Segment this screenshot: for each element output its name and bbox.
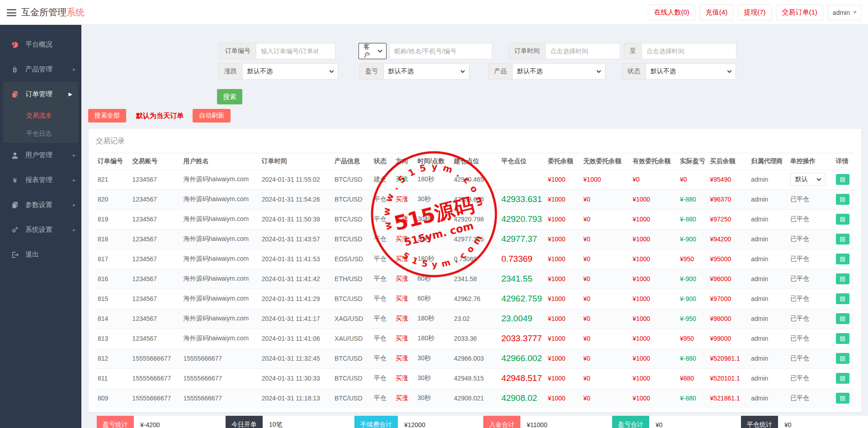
updown-select[interactable]: 默认不选 [242, 63, 338, 80]
cell-control: 默认 [788, 169, 834, 189]
cell-entrust-balance: ¥1000 [546, 249, 582, 269]
table-row: 811 15555666677 15555666677 2024-01-31 1… [96, 368, 854, 388]
cell-open-price: 2033.36 [452, 329, 500, 348]
cell-invalid-entrust: ¥0 [581, 209, 631, 229]
cell-control: 已平仓 [788, 229, 834, 249]
cell-account: 1234567 [131, 289, 182, 309]
cell-valid-entrust: ¥1000 [631, 368, 678, 388]
cell-duration: 180秒 [415, 329, 452, 348]
closed-status-text: 已平仓 [790, 334, 809, 342]
cell-user-name: 海外源码haiwaiym.com [181, 249, 259, 269]
cell-account: 1234567 [131, 209, 182, 229]
cell-duration: 30秒 [415, 368, 452, 388]
cell-detail: ▤ [834, 368, 854, 388]
hamburger-menu-icon[interactable] [7, 9, 16, 18]
cell-user-name: 海外源码haiwaiym.com [181, 229, 259, 249]
list-icon: ▤ [840, 315, 845, 322]
online-users-button[interactable]: 在线人数(0) [648, 5, 695, 20]
sidebar-item-label: 退出 [25, 250, 39, 259]
customer-search-input[interactable] [389, 43, 492, 59]
table-row: 821 1234567 海外源码haiwaiym.com 2024-01-31 … [96, 169, 854, 189]
withdraw-button[interactable]: 提现(7) [738, 5, 771, 20]
cell-agent: admin [749, 368, 788, 388]
order-time-label: 订单时间 [509, 43, 545, 59]
time-from-input[interactable] [545, 43, 620, 59]
cell-after-balance: ¥94200 [708, 229, 750, 249]
detail-button[interactable]: ▤ [836, 273, 849, 284]
customer-type-select[interactable]: 客户 [359, 43, 387, 59]
cell-invalid-entrust: ¥0 [581, 289, 631, 309]
detail-button[interactable]: ▤ [836, 373, 849, 384]
cell-entrust-balance: ¥1000 [546, 309, 582, 329]
table-row: 820 1234567 海外源码haiwaiym.com 2024-01-31 … [96, 189, 854, 209]
cell-control: 已平仓 [788, 368, 834, 388]
cell-after-balance: ¥520101.1 [708, 368, 750, 388]
detail-button[interactable]: ▤ [836, 234, 849, 245]
cell-close-price [500, 169, 546, 189]
table-row: 809 15555666677 15555666677 2024-01-31 1… [96, 388, 854, 408]
cell-agent: admin [749, 249, 788, 269]
single-control-select[interactable]: 默认 [790, 173, 826, 186]
trade-records-card: 交易记录 订单编号 交易账号 用户姓名 订单时间 [89, 129, 861, 412]
cell-actual-profit: ¥-900 [678, 229, 708, 249]
status-select[interactable]: 默认不选 [646, 63, 736, 80]
sidebar-item-product-management[interactable]: B 产品管理 ▸ [0, 57, 81, 82]
detail-button[interactable]: ▤ [836, 214, 849, 225]
product-select[interactable]: 默认不选 [512, 63, 605, 80]
detail-button[interactable]: ▤ [836, 293, 849, 304]
cell-product: BTC/USD [333, 388, 372, 408]
search-all-button[interactable]: 搜索全部 [88, 109, 126, 122]
detail-button[interactable]: ▤ [836, 393, 849, 404]
sidebar-item-order-management[interactable]: 订单管理 ▶ [3, 82, 78, 107]
cell-status: 平仓 [372, 189, 394, 209]
sidebar-item-parameter-settings[interactable]: 参数设置 ▸ [0, 193, 81, 217]
chevron-right-icon: ▸ [73, 66, 75, 72]
detail-button[interactable]: ▤ [836, 194, 849, 205]
cell-control: 已平仓 [788, 189, 834, 209]
auto-refresh-button[interactable]: 自动刷新 [193, 109, 231, 122]
detail-button[interactable]: ▤ [836, 333, 849, 344]
sidebar-item-system-settings[interactable]: 系统设置 ▸ [0, 217, 81, 242]
sidebar-item-label: 平台概况 [25, 40, 52, 49]
sidebar-item-logout[interactable]: 退出 [0, 242, 81, 267]
cell-agent: admin [749, 329, 788, 348]
column-header: 订单编号 [96, 153, 131, 169]
recharge-button[interactable]: 充值(4) [700, 5, 733, 20]
cell-order-id: 821 [96, 169, 131, 189]
sidebar-item-report-management[interactable]: ¥ 报表管理 ▸ [0, 168, 81, 193]
cell-actual-profit: ¥950 [678, 249, 708, 269]
cell-product: BTC/USD [333, 368, 372, 388]
cell-status: 平仓 [372, 348, 394, 368]
sidebar-item-platform-overview[interactable]: 平台概况 [0, 32, 81, 57]
sidebar-item-user-management[interactable]: 用户管理 ▸ [0, 143, 81, 168]
product-filter-label: 产品 [488, 63, 512, 80]
sidebar-subitem-trade-flow[interactable]: 交易流水 [3, 107, 78, 125]
sidebar-subitem-close-log[interactable]: 平仓日志 [3, 125, 78, 143]
admin-menu[interactable]: admin [828, 5, 862, 20]
detail-button[interactable]: ▤ [836, 254, 849, 264]
chevron-right-icon: ▸ [73, 202, 75, 208]
cell-user-name: 海外源码haiwaiym.com [181, 269, 259, 289]
list-icon: ▤ [840, 295, 845, 302]
detail-button[interactable]: ▤ [836, 313, 849, 324]
detail-button[interactable]: ▤ [836, 353, 849, 364]
cell-order-id: 815 [96, 289, 131, 309]
cell-actual-profit: ¥-880 [678, 388, 708, 408]
cell-close-price: 0.73369 [500, 249, 546, 269]
order-no-input[interactable] [256, 43, 335, 59]
cell-agent: admin [749, 289, 788, 309]
profit-select[interactable]: 默认不选 [383, 63, 469, 80]
cell-user-name: 海外源码haiwaiym.com [181, 309, 259, 329]
cell-control: 已平仓 [788, 269, 834, 289]
closed-status-text: 已平仓 [790, 235, 809, 242]
time-to-input[interactable] [642, 43, 736, 59]
search-button[interactable]: 搜索 [217, 89, 242, 104]
cell-duration: 180秒 [415, 169, 452, 189]
cell-open-price: 42933.636 [452, 189, 500, 209]
column-header: 状态 [372, 153, 394, 169]
sidebar-item-label: 用户管理 [25, 151, 52, 160]
cell-control: 已平仓 [788, 348, 834, 368]
detail-button[interactable]: ▤ [836, 174, 849, 185]
trade-orders-button[interactable]: 交易订单(1) [776, 5, 823, 20]
cell-control: 已平仓 [788, 249, 834, 269]
